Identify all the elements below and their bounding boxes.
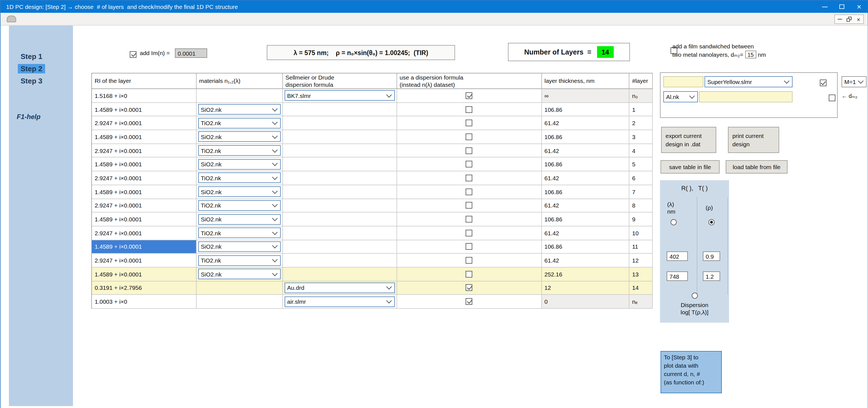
chevron-down-icon [386,92,392,98]
thickness-cell[interactable]: 12 [541,281,629,295]
thickness-cell[interactable]: ∞ [541,89,629,103]
ri-cell[interactable]: 2.9247 + i×0.0001 [92,254,196,268]
film-sandwich-label-line1: add a film sandwiched between [672,43,754,49]
dispersion-combobox[interactable]: BK7.slmr [284,91,395,101]
load-table-button[interactable]: load table from file [726,160,787,174]
use-dispersion-checkbox[interactable] [466,161,472,168]
material-combobox[interactable]: TiO2.nk [198,255,280,266]
use-dispersion-checkbox[interactable] [466,216,472,223]
use-dispersion-checkbox[interactable] [466,120,472,126]
material-combobox[interactable]: SiO2.nk [198,104,280,114]
save-table-button[interactable]: save table in file [660,160,720,174]
material-combobox[interactable]: TiO2.nk [198,200,280,211]
sidebar-item-step-1[interactable]: Step 1 [9,50,73,62]
print-design-button[interactable]: print current design [728,127,779,153]
film-field-1[interactable] [663,76,704,87]
thickness-cell[interactable]: 252.16 [541,268,629,281]
number-of-layers-value[interactable]: 14 [597,46,614,58]
film-material-combobox[interactable]: SuperYellow.slmr [705,76,793,87]
ri-cell[interactable]: 1.5168 + i×0 [92,89,196,103]
film-checkbox[interactable] [820,79,827,86]
thickness-cell[interactable]: 106.86 [541,240,629,253]
thickness-cell[interactable]: 0 [541,295,629,309]
m-combobox[interactable]: M=1 [841,76,867,87]
mdi-close-button[interactable]: × [854,15,863,23]
thickness-cell[interactable]: 106.86 [541,185,629,199]
film-field-2[interactable] [699,91,793,102]
rho-to-field[interactable]: 1.2 [703,271,720,281]
dm2-value-field[interactable]: 15 [745,50,756,58]
rho-radio[interactable] [708,219,715,225]
ri-cell[interactable]: 1.4589 + i×0.0001 [92,185,196,199]
ri-cell[interactable]: 1.4589 + i×0.0001 [92,158,196,171]
maximize-button[interactable] [833,1,850,13]
mdi-minimize-button[interactable] [835,15,844,23]
material-combobox[interactable]: TiO2.nk [198,173,280,183]
thickness-cell[interactable]: 61.42 [541,254,629,268]
mdi-restore-button[interactable] [844,15,854,23]
sidebar-item-step-2[interactable]: Step 2 [9,62,73,74]
close-button[interactable]: × [850,1,868,13]
use-dispersion-checkbox[interactable] [466,243,472,250]
app-icon[interactable] [7,15,16,22]
ri-cell[interactable]: 0.3191 + i×2.7956 [92,281,196,295]
thickness-cell[interactable]: 61.42 [541,199,629,212]
use-dispersion-checkbox[interactable] [466,188,472,195]
use-dispersion-checkbox[interactable] [466,271,472,278]
ri-cell[interactable]: 1.4589 + i×0.0001 [92,103,196,116]
use-dispersion-checkbox[interactable] [466,106,472,113]
use-dispersion-checkbox[interactable] [466,257,472,264]
minimize-button[interactable] [816,1,833,13]
thickness-cell[interactable]: 106.86 [541,130,629,144]
use-dispersion-checkbox[interactable] [466,202,472,209]
ri-cell[interactable]: 2.9247 + i×0.0001 [92,144,196,158]
ri-cell[interactable]: 2.9247 + i×0.0001 [92,227,196,240]
material-combobox[interactable]: SiO2.nk [198,241,280,252]
use-dispersion-checkbox[interactable] [466,284,472,291]
sidebar-item-step-3[interactable]: Step 3 [9,74,73,87]
material-combobox[interactable]: SiO2.nk [198,214,280,225]
dispersion-combobox[interactable]: air.slmr [284,296,395,307]
ri-cell[interactable]: 1.4589 + i×0.0001 [92,130,196,144]
im-value-field[interactable]: 0.0001 [175,48,207,58]
metal-combobox[interactable]: Al.nk [663,91,698,102]
thickness-cell[interactable]: 61.42 [541,116,629,130]
material-combobox[interactable]: SiO2.nk [198,132,280,142]
lambda-to-field[interactable]: 748 [666,271,688,281]
ri-cell[interactable]: 2.9247 + i×0.0001 [92,171,196,185]
material-combobox[interactable]: SiO2.nk [198,159,280,170]
to-step3-button[interactable]: To [Step 3] to plot data with current d,… [660,351,722,393]
thickness-cell[interactable]: 61.42 [541,227,629,240]
dispersion-combobox[interactable]: Au.drd [284,282,395,293]
use-dispersion-checkbox[interactable] [466,298,472,305]
thickness-cell[interactable]: 106.86 [541,158,629,171]
material-combobox[interactable]: SiO2.nk [198,186,280,197]
material-combobox[interactable]: TiO2.nk [198,228,280,238]
thickness-cell[interactable]: 61.42 [541,144,629,158]
ri-cell[interactable]: 1.4589 + i×0.0001 [92,268,196,281]
use-dispersion-checkbox[interactable] [466,147,472,154]
use-dispersion-checkbox[interactable] [466,134,472,140]
lambda-radio[interactable] [671,219,677,225]
ri-cell[interactable]: 2.9247 + i×0.0001 [92,199,196,212]
metal-checkbox[interactable] [829,95,836,101]
sidebar-item-f1-help[interactable]: F1-help [17,113,40,121]
material-combobox[interactable]: TiO2.nk [198,145,280,156]
ri-cell[interactable]: 1.4589 + i×0.0001 [92,212,196,226]
use-dispersion-checkbox[interactable] [466,175,472,181]
material-combobox[interactable]: SiO2.nk [198,269,280,279]
thickness-cell[interactable]: 106.86 [541,212,629,226]
ri-cell[interactable]: 1.0003 + i×0 [92,295,196,309]
export-design-button[interactable]: export current design in .dat [661,127,716,153]
thickness-cell[interactable]: 61.42 [541,171,629,185]
rho-from-field[interactable]: 0.9 [703,251,720,261]
add-im-checkbox[interactable] [130,51,136,58]
material-combobox[interactable]: TiO2.nk [198,117,280,128]
ri-cell[interactable]: 2.9247 + i×0.0001 [92,116,196,130]
use-dispersion-checkbox[interactable] [466,92,472,99]
thickness-cell[interactable]: 106.86 [541,103,629,116]
ri-cell[interactable]: 1.4589 + i×0.0001 [92,240,196,253]
use-dispersion-checkbox[interactable] [466,230,472,236]
lambda-from-field[interactable]: 402 [666,251,688,261]
dispersion-radio[interactable] [692,293,698,299]
